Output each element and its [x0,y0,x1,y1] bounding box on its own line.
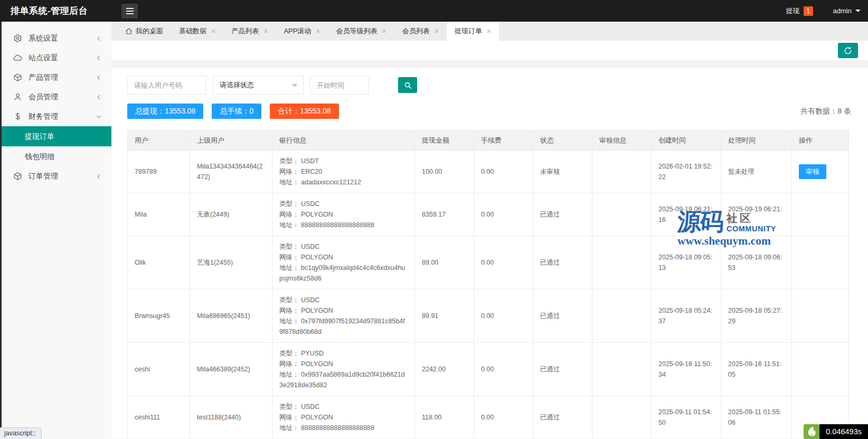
audit-button[interactable]: 审核 [799,164,826,179]
bank-info-line: 类型： USDT [279,156,408,166]
topbar-withdraw-link[interactable]: 提现 1 [786,6,813,16]
cell-audit-info [592,289,652,343]
close-icon[interactable]: × [487,27,491,35]
tab-label: 产品列表 [231,26,259,36]
cell-processed-time: 2025-09-18 09:06:53 [721,236,792,289]
sidebar-subitem-withdraw-orders[interactable]: 提现订单 [2,126,111,146]
cell-created-time: 2025-09-19 06:21:16 [652,193,721,236]
start-time-input[interactable] [310,76,369,95]
close-icon[interactable]: × [211,27,215,35]
withdraw-count-badge: 1 [804,6,813,16]
table-header-row: 用户上级用户银行信息提现金额手续费状态审核信息创建时间处理时间操作 [128,130,849,151]
bank-info-line: 类型： USDC [279,401,408,412]
tab-member-list[interactable]: 会员列表× [394,22,447,41]
sidebar-item-product-management[interactable]: 产品管理 [2,68,111,87]
menu-toggle-button[interactable] [121,4,138,18]
cell-bank-info: 类型： USDT网络： ERC20地址： adadaxxccxc121212 [272,151,415,193]
tab-app-scroll[interactable]: APP滚动× [276,22,328,41]
sidebar-item-order-management[interactable]: 订单管理 [2,166,111,186]
user-menu[interactable]: admin [833,7,861,15]
hamburger-icon [126,8,134,14]
cell-created-time: 2025-09-16 11:50:34 [652,343,721,396]
tab-label: 基础数据 [179,26,206,36]
tab-my-desktop[interactable]: 我的桌面 [117,22,171,41]
tab-label: 提现订单 [455,26,482,36]
cell-audit-info [592,236,652,289]
close-icon[interactable]: × [382,27,386,35]
cell-processed-time: 2025-09-16 11:51:05 [721,343,792,396]
tab-member-level-list[interactable]: 会员等级列表× [328,22,394,41]
cell-amount: 2242.00 [415,343,474,396]
total-withdraw-stat[interactable]: 总提现：13553.08 [127,104,203,119]
table-row: ceshiMila466389(2452)类型： PYUSD网络： POLYGO… [128,343,849,396]
sidebar-item-site-settings[interactable]: 站点设置 [2,48,111,68]
cell-status: 已通过 [533,236,592,289]
refresh-button[interactable] [838,43,858,58]
cell-status: 已通过 [533,193,592,236]
bank-info-line: 地址： 88888888888888888888 [279,423,408,433]
status-select[interactable]: 请选择状态 [213,76,304,95]
topbar: 排单系统-管理后台 提现 1 admin [0,0,868,22]
column-header-processed-time: 处理时间 [721,130,792,151]
cell-action: 审核 [792,151,849,193]
sidebar-subitem-wallet-details[interactable]: 钱包明细 [2,146,111,166]
close-icon[interactable]: × [316,27,320,35]
tab-product-list[interactable]: 产品列表× [223,22,276,41]
gear-icon [13,34,22,43]
username-label: admin [833,7,852,15]
cell-user: Mila [128,193,190,236]
cell-audit-info [592,151,652,193]
tab-withdraw-orders[interactable]: 提现订单× [447,22,499,41]
sidebar-item-finance-management[interactable]: 财务管理 [2,107,111,126]
cell-processed-time: 暂未处理 [721,151,792,193]
bank-info-line: 网络： POLYGON [279,359,408,369]
cell-audit-info [592,396,652,439]
withdraw-label: 提现 [786,6,800,16]
cell-fee: 0.00 [474,343,533,396]
cell-fee: 0.00 [474,236,533,289]
table-row: Olik艺海1(2455)类型： USDC网络： POLYGON地址： bc1q… [128,236,849,289]
app-title: 排单系统-管理后台 [0,5,111,17]
bank-info-line: 网络： ERC20 [279,166,408,177]
close-icon[interactable]: × [263,27,268,35]
cell-parent-user: Mila696965(2451) [190,289,272,343]
search-icon [404,81,412,89]
column-header-audit-info: 审核信息 [592,130,652,151]
bank-info-line: 地址： 0x797fd9907f519234d97881c85b4f9f878d… [279,316,408,337]
chevron-left-icon [96,74,102,81]
app-root: 排单系统-管理后台 提现 1 admin 系统设置站点设置产品管理会员管理财务管… [0,0,868,439]
cell-bank-info: 类型： USDC网络： POLYGON地址： 88888888888888888… [272,193,415,236]
sidebar-item-system-settings[interactable]: 系统设置 [2,29,111,48]
cell-status: 已通过 [533,343,592,396]
cell-parent-user: Mila1343434364464(2472) [190,151,272,193]
cell-user: ceshi111 [128,396,190,439]
cell-fee: 0.00 [474,193,533,236]
cell-created-time: 2025-09-11 01:54:50 [652,396,721,439]
total-sum-stat[interactable]: 合计：13553.08 [270,104,338,119]
sidebar-item-member-management[interactable]: 会员管理 [2,87,111,107]
content-area: 请选择状态 总提现：13553.08 总手续：0 合计：13553.08 共有数… [111,68,868,438]
total-fee-stat[interactable]: 总手续：0 [212,104,261,119]
chevron-left-icon [96,173,102,180]
filter-row: 请选择状态 [127,76,851,95]
column-header-bank-info: 银行信息 [272,130,415,151]
bank-info-line: 类型： USDC [279,199,408,209]
table-row: ceshi111test1188(2440)类型： USDC网络： POLYGO… [128,396,849,439]
bank-info-line: 地址： 0x9937aa5869a1d9cb20f41b6621d3e2918d… [279,369,408,390]
cell-action [792,343,849,396]
search-button[interactable] [398,77,417,93]
user-number-input[interactable] [127,76,206,95]
cell-fee: 0.00 [474,289,533,343]
status-select-value: 请选择状态 [220,80,254,90]
sidebar-item-label: 订单管理 [29,172,96,181]
cell-action [792,289,849,343]
bank-info-line: 类型： USDC [279,295,408,305]
caret-down-icon [855,10,861,12]
tab-label: 我的桌面 [136,26,163,36]
tab-basic-data[interactable]: 基础数据× [171,22,223,41]
thinkphp-flame-icon[interactable] [804,424,819,439]
user-icon [13,92,22,101]
sidebar-item-label: 财务管理 [29,112,96,122]
column-header-user: 用户 [128,130,190,151]
close-icon[interactable]: × [435,27,439,35]
